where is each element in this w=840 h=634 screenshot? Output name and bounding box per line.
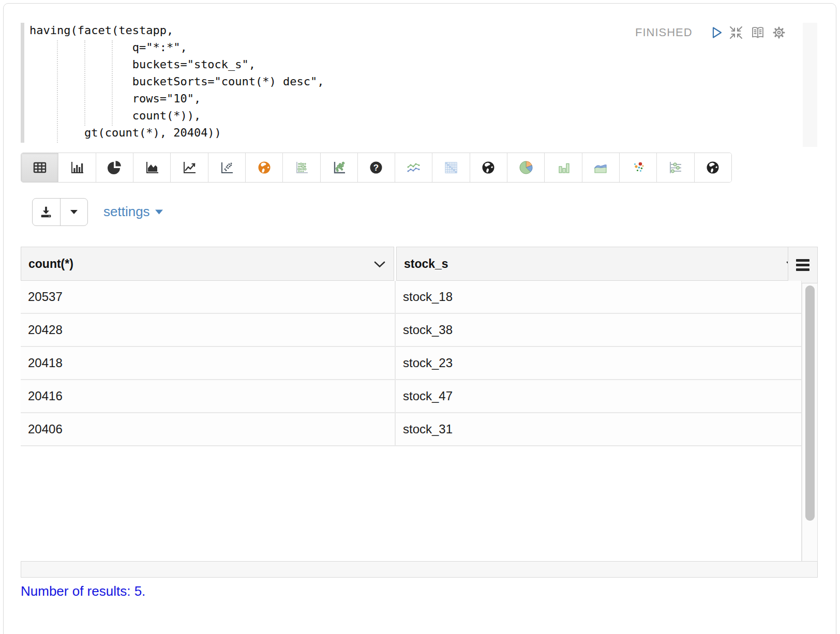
column-chart-icon (69, 160, 85, 175)
chevron-down-icon[interactable] (374, 261, 385, 268)
editor-gutter (21, 23, 24, 143)
cell-stock: stock_47 (396, 380, 801, 412)
code-line: count(*)), (29, 107, 324, 124)
cell-stock: stock_31 (396, 413, 801, 445)
caret-down-icon (155, 209, 163, 215)
code-line: buckets="stock_s", (29, 56, 324, 73)
cell-stock: stock_38 (396, 314, 801, 346)
code-line: q="*:*", (29, 39, 324, 56)
bubble-scatter-icon (331, 160, 347, 175)
gear-icon (771, 25, 787, 40)
chart-type-line-button[interactable] (171, 153, 208, 182)
svg-text:?: ? (373, 163, 379, 173)
editor-scrollbar-track[interactable] (803, 23, 817, 147)
column-header-stock[interactable]: stock_s (396, 247, 806, 281)
chart-type-pie-color-button[interactable] (507, 153, 545, 182)
chart-type-bar-color-button[interactable] (545, 153, 582, 182)
editor-toggle-button[interactable] (750, 25, 766, 40)
status-badge: FINISHED (635, 26, 693, 39)
chart-type-area-button[interactable] (133, 153, 171, 182)
globe-icon (481, 160, 496, 175)
cell-count: 20537 (21, 281, 396, 313)
chart-type-pie-button[interactable] (96, 153, 133, 182)
area-chart-icon (144, 160, 160, 175)
multi-line-chart-icon (406, 160, 422, 175)
bubble-grid-icon (294, 160, 309, 175)
chart-type-multi-line-button[interactable] (395, 153, 432, 182)
cell-stock: stock_23 (396, 347, 801, 379)
code-line: gt(count(*), 20404)) (29, 124, 324, 141)
chart-type-column-button[interactable] (58, 153, 96, 182)
chart-type-map-button[interactable] (246, 153, 283, 182)
download-options-button[interactable] (60, 199, 88, 225)
scatter-color-icon (631, 160, 646, 175)
download-icon (39, 205, 53, 219)
orange-globe-icon (257, 160, 272, 175)
column-header-label: count(*) (28, 257, 73, 270)
scrollbar-thumb[interactable] (805, 285, 815, 521)
indent-guide (84, 40, 85, 126)
matrix-heatmap-icon (443, 160, 459, 175)
code-line: rows="10", (29, 90, 324, 107)
cell-stock: stock_18 (396, 281, 801, 313)
chart-type-table-button[interactable] (21, 153, 58, 182)
caret-down-icon (69, 208, 79, 216)
chart-type-globe-button[interactable] (470, 153, 507, 182)
parallel-sliders-icon (668, 160, 683, 175)
table-row: 20418 stock_23 (21, 347, 801, 380)
code-line: bucketSorts="count(*) desc", (29, 73, 324, 90)
chart-type-help-button[interactable]: ? (358, 153, 395, 182)
bar-color-icon (556, 160, 571, 175)
table-menu-button[interactable] (788, 247, 818, 283)
chart-type-globe2-button[interactable] (695, 153, 731, 182)
cell-count: 20428 (21, 314, 396, 346)
chart-type-matrix-button[interactable] (432, 153, 470, 182)
code-line: having(facet(testapp, (29, 22, 324, 39)
help-icon: ? (368, 160, 384, 175)
table-row: 20537 stock_18 (21, 281, 801, 314)
pie-chart-icon (107, 160, 122, 175)
download-button[interactable] (33, 199, 60, 225)
zeppelin-paragraph: having(facet(testapp, q="*:*", buckets="… (0, 0, 840, 634)
table-row: 20428 stock_38 (21, 314, 801, 347)
collapse-icon (728, 25, 744, 40)
result-table: count(*) stock_s 20537 stock_18 20428 st… (21, 247, 818, 578)
table-row: 20406 stock_31 (21, 413, 801, 446)
code-editor[interactable]: having(facet(testapp, q="*:*", buckets="… (29, 22, 324, 141)
column-header-count[interactable]: count(*) (21, 247, 394, 281)
vertical-scrollbar[interactable] (802, 283, 818, 561)
settings-link[interactable]: settings (103, 204, 163, 220)
settings-label: settings (103, 204, 150, 220)
chart-type-scatter-color-button[interactable] (620, 153, 657, 182)
play-icon (709, 25, 724, 40)
paragraph-settings-button[interactable] (771, 25, 787, 40)
indent-guide (112, 40, 113, 126)
chart-type-bubble-scatter-button[interactable] (321, 153, 358, 182)
table-row: 20416 stock_47 (21, 380, 801, 413)
chart-type-stream-area-button[interactable] (582, 153, 620, 182)
table-icon (32, 160, 48, 175)
run-button[interactable] (709, 25, 724, 40)
chart-type-toolbar: ? (21, 153, 732, 183)
column-header-label: stock_s (404, 257, 448, 270)
globe-icon (705, 160, 721, 175)
scatter-chart-icon (219, 160, 234, 175)
stream-area-icon (593, 160, 608, 175)
chart-type-scatter-button[interactable] (208, 153, 246, 182)
chart-type-bubble-grid-button[interactable] (283, 153, 320, 182)
indent-guide (57, 40, 58, 143)
book-icon (750, 25, 766, 40)
line-chart-icon (182, 160, 197, 175)
cell-count: 20416 (21, 380, 396, 412)
download-button-group (32, 198, 88, 226)
horizontal-scrollbar[interactable] (21, 561, 818, 578)
results-count: Number of results: 5. (21, 583, 145, 599)
pie-color-icon (518, 160, 534, 175)
cell-count: 20418 (21, 347, 396, 379)
table-body: 20537 stock_18 20428 stock_38 20418 stoc… (21, 281, 802, 561)
cell-count: 20406 (21, 413, 396, 445)
collapse-button[interactable] (728, 25, 744, 40)
hamburger-icon (796, 259, 809, 262)
chart-type-parallel-sliders-button[interactable] (657, 153, 694, 182)
